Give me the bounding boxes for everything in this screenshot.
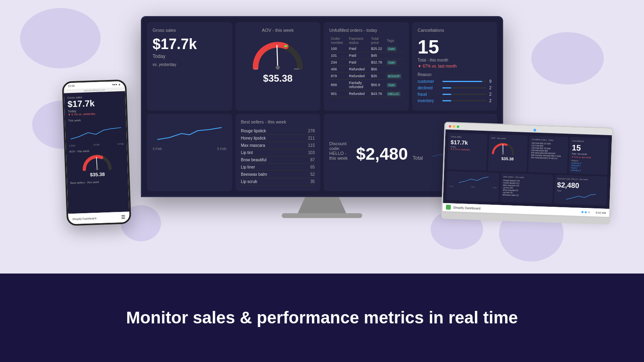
phone-aov-value: $35.38 xyxy=(70,171,125,179)
laptop-aov-value: $35.38 xyxy=(491,156,525,162)
gross-sales-value: $17.7k xyxy=(153,36,227,53)
bestseller-item: Honey lipstick 211 xyxy=(241,135,315,142)
laptop-orders-card: Unfulfilled orders - today 100 Paid $25.… xyxy=(528,136,568,173)
phone-date-1: 1 Feb xyxy=(69,144,75,147)
bestseller-item: Brow beautiful 87 xyxy=(241,156,315,164)
bestseller-item: Beeswax balm 52 xyxy=(241,171,315,178)
gross-sales-card: Gross sales $17.7k Today vs. yesterday xyxy=(147,22,232,111)
svg-line-4 xyxy=(96,157,97,169)
col-order: Order number xyxy=(329,36,347,45)
laptop-gross-card: Gross sales $17.7k Today ▼ 5.7% vs. yest… xyxy=(447,133,487,171)
laptop-bottom-row: 1 Feb 3 Feb 5 Feb Best sellers - this we… xyxy=(446,171,607,206)
bestsellers-list: Rouge lipstick 278 Honey lipstick 211 Ma… xyxy=(241,128,315,185)
order-row: 234 Paid $32.78 Sale xyxy=(329,59,403,66)
laptop-discount-chart xyxy=(557,192,605,202)
cancellations-card: Cancellations 15 Total - this month ▼ 67… xyxy=(412,22,497,111)
laptop-dot-1 xyxy=(582,211,584,213)
svg-point-5 xyxy=(96,168,98,170)
bestseller-item: Lip liner 65 xyxy=(241,164,315,171)
phone-footer-text: Shopify Dashboard xyxy=(72,217,97,220)
laptop-gross-title: Gross sales xyxy=(451,135,485,139)
laptop-max-dot xyxy=(457,125,459,128)
svg-text:$0: $0 xyxy=(254,68,258,70)
laptop-discount-card: Discount code: HELLO - this week $2,480 … xyxy=(554,175,607,205)
bestseller-item: Lip scrub 35 xyxy=(241,178,315,185)
monitor-stand xyxy=(298,197,346,213)
order-row: 879 Refunded $35 BOGOF xyxy=(329,73,403,80)
bestsellers-card: Best sellers - this week Rouge lipstick … xyxy=(235,114,321,191)
discount-amount: $2,480 xyxy=(356,144,408,164)
aov-card: AOV - this week $0 $90 xyxy=(235,22,321,111)
chart-date-1: 3 Feb xyxy=(153,147,162,151)
laptop-aov-card: AOV - this week $35.38 xyxy=(488,134,528,172)
tagline: Monitor sales & performance metrics in r… xyxy=(126,308,518,327)
phone-date-3: 5 Feb xyxy=(118,143,124,146)
phone-date-2: 3 Feb xyxy=(93,144,100,146)
order-row: 100 Paid $25.22 Sale xyxy=(329,45,403,52)
phone-wrapper: 10:55 ●●● ▲ app.peckboard.com Gross sale… xyxy=(62,79,131,226)
gross-sales-title: Gross sales xyxy=(153,28,227,33)
cancel-total: Total - this month xyxy=(418,58,492,62)
phone-signal: ●●● ▲ xyxy=(112,83,121,86)
laptop-screen: Gross sales $17.7k Today ▼ 5.7% vs. yest… xyxy=(441,122,613,218)
svg-text:$90: $90 xyxy=(294,68,299,70)
laptop-grid: Gross sales $17.7k Today ▼ 5.7% vs. yest… xyxy=(447,133,609,175)
gross-sales-label: Today xyxy=(153,53,227,59)
laptop-cancel-title: Cancellations xyxy=(572,140,606,143)
laptop-discount-title: Discount code: HELLO - this week xyxy=(557,177,605,181)
svg-point-1 xyxy=(276,66,280,70)
phone-bs-title: Best sellers - this week xyxy=(70,180,125,185)
col-price: Total price xyxy=(369,36,385,45)
laptop-bs-title: Best sellers - this week xyxy=(504,175,551,179)
orders-card: Unfulfilled orders - today Order number … xyxy=(324,22,409,111)
laptop-cancel-number: 15 xyxy=(572,143,606,154)
chart-card: 3 Feb 5 Feb xyxy=(147,114,232,191)
laptop-aov-title: AOV - this week xyxy=(491,137,525,140)
laptop-wrapper: Gross sales $17.7k Today ▼ 5.7% vs. yest… xyxy=(441,122,613,225)
reason-item: customer 9 xyxy=(418,79,492,84)
laptop-dot-3 xyxy=(588,211,590,213)
laptop-chart-card: 1 Feb 3 Feb 5 Feb xyxy=(446,171,500,202)
svg-line-6 xyxy=(502,144,503,154)
col-status: Payment status xyxy=(347,36,369,45)
laptop-date-2: 3 Feb xyxy=(471,186,475,188)
laptop-discount-value: $2,480 xyxy=(557,181,605,191)
phone-gauge-svg xyxy=(80,152,114,172)
laptop-orders-title: Unfulfilled orders - today xyxy=(532,138,566,142)
laptop-gauge-svg xyxy=(491,140,515,155)
cancel-number: 15 xyxy=(418,36,492,58)
cancel-vs: ▼ 67% vs. last month xyxy=(418,64,492,68)
order-row: 901 Refunded $43.76 HELLO xyxy=(329,90,403,97)
svg-line-0 xyxy=(277,45,278,68)
sparkline-svg xyxy=(153,119,227,144)
gauge-svg: $0 $90 xyxy=(250,37,306,70)
bestseller-item: Lip tint 103 xyxy=(241,149,315,156)
col-tags: Tags xyxy=(385,36,403,45)
bestseller-item: Max mascara 115 xyxy=(241,142,315,149)
laptop-footer-text: Shopify Dashboard xyxy=(453,206,481,210)
phone-aov-title: AOV - this week xyxy=(69,148,124,153)
reason-item: fraud 2 xyxy=(418,92,492,97)
laptop-time: 9:42 AM xyxy=(596,211,606,214)
laptop-date-1: 1 Feb xyxy=(449,185,453,187)
laptop-indicator xyxy=(534,129,536,131)
phone-bottom-bar: Shopify Dashboard ☰ xyxy=(68,212,130,224)
laptop-dots xyxy=(582,211,590,213)
orders-title: Unfulfilled orders - today xyxy=(329,28,403,33)
laptop-sparkline xyxy=(449,173,497,185)
laptop-date-3: 5 Feb xyxy=(492,187,496,189)
reason-item: declined 2 xyxy=(418,86,492,90)
order-row: 456 Refunded $56 xyxy=(329,66,403,73)
monitor-base xyxy=(282,213,362,218)
phone-time: 10:55 xyxy=(68,84,75,88)
bestsellers-title: Best sellers - this week xyxy=(241,119,315,124)
laptop-content: Gross sales $17.7k Today ▼ 5.7% vs. yest… xyxy=(443,130,612,209)
laptop-cancel-vs: ▼ 67% vs. last month xyxy=(572,156,606,159)
aov-gauge: $0 $90 xyxy=(250,37,306,70)
phone-gauge xyxy=(80,152,114,172)
phone-menu-icon[interactable]: ☰ xyxy=(121,214,125,220)
reasons-list: customer 9 declined 2 fraud 2 inventory … xyxy=(418,79,492,103)
shopify-icon xyxy=(446,205,451,210)
order-row: 101 Paid $45 xyxy=(329,52,403,59)
laptop-close-dot xyxy=(449,125,451,128)
